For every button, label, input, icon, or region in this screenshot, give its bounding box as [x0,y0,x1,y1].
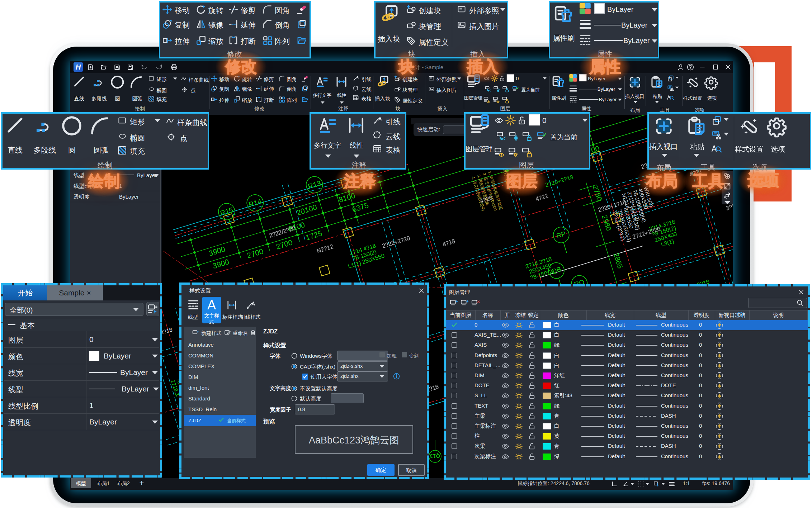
svg-text:2700: 2700 [275,238,293,251]
svg-text:R14: R14 [247,197,263,209]
svg-text:2?22+2?20: 2?22+2?20 [381,235,411,249]
svg-text:1725: 1725 [304,229,323,242]
svg-text:4?18: 4?18 [162,326,173,336]
svg-text:2780: 2780 [591,184,604,202]
svg-text:R13: R13 [307,179,322,190]
svg-text:R15: R15 [219,206,234,217]
svg-text:Q13: Q13 [430,453,440,459]
svg-text:RP: RP [556,230,567,240]
svg-text:N2?12: N2?12 [316,243,334,254]
svg-text:2700: 2700 [246,247,264,260]
svg-text:3900: 3900 [212,257,230,270]
svg-text:2865: 2865 [612,252,624,270]
svg-text:4?18: 4?18 [442,238,456,248]
svg-text:20100: 20100 [296,203,318,217]
svg-text:3900: 3900 [208,245,226,258]
svg-text:6375: 6375 [351,201,369,214]
